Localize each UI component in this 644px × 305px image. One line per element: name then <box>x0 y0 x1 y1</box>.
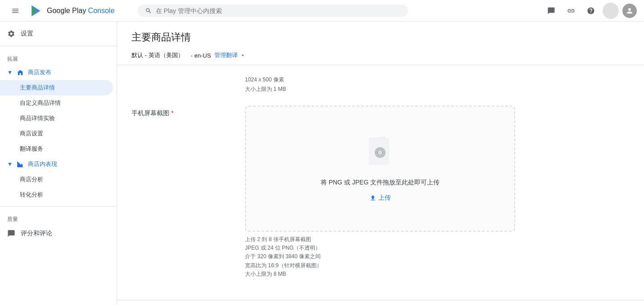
sidebar-item-settings[interactable]: 设置 <box>0 25 117 42</box>
settings-label: 设置 <box>21 30 33 38</box>
screenshot-field-row: 手机屏幕截图 * <box>132 106 630 278</box>
manage-translation-button[interactable]: 管理翻译 <box>214 51 246 59</box>
main-content-area: 主要商品详情 默认 - 英语（美国） - en-US 管理翻译 1024 x 5… <box>117 22 644 305</box>
play-logo-icon <box>29 4 43 18</box>
svg-point-4 <box>378 150 382 155</box>
required-indicator: * <box>171 109 173 117</box>
app-title: Google Play Console <box>47 7 114 15</box>
settings-icon <box>7 30 15 38</box>
topbar-actions <box>543 3 637 19</box>
screenshot-label: 手机屏幕截图 * <box>132 106 231 278</box>
hint-size-limit: 大小上限为 1 MB <box>245 85 630 93</box>
account-switcher[interactable] <box>603 3 619 19</box>
sidebar-item-translation-service[interactable]: 翻译服务 <box>0 141 117 157</box>
sidebar-section-quality: 质量 <box>0 210 117 225</box>
size-hint-field-label <box>132 76 231 95</box>
sidebar: 设置 拓展 ▼ 商店发布 主要商品详情 自定义商品详情 商品详情实验 商店设置 … <box>0 22 117 305</box>
menu-icon[interactable] <box>7 3 23 19</box>
app-logo: Google Play Console <box>29 4 114 18</box>
size-hint-row: 1024 x 500 像素 大小上限为 1 MB <box>132 76 630 95</box>
page-title: 主要商品详情 <box>132 31 630 44</box>
size-hint-value: 1024 x 500 像素 大小上限为 1 MB <box>245 76 630 95</box>
help-icon[interactable] <box>583 3 599 19</box>
lang-code: - en-US <box>191 52 211 59</box>
language-bar: 默认 - 英语（美国） - en-US 管理翻译 <box>132 51 630 59</box>
upload-dropzone[interactable]: 将 PNG 或 JPEG 文件拖放至此处即可上传 上传 <box>245 106 515 232</box>
sidebar-item-conversion-analytics[interactable]: 转化分析 <box>0 187 117 202</box>
store-publish-label: 商店发布 <box>28 68 51 76</box>
upload-instruction-text: 将 PNG 或 JPEG 文件拖放至此处即可上传 <box>321 179 440 187</box>
sidebar-item-product-experiment[interactable]: 商品详情实验 <box>0 111 117 126</box>
user-avatar[interactable] <box>622 4 637 18</box>
upload-icon <box>369 194 376 202</box>
bottom-action-bar: 舍弃更改 保存 <box>117 300 644 305</box>
hint-size: 1024 x 500 像素 <box>245 76 630 84</box>
screenshot-upload-area-container: 将 PNG 或 JPEG 文件拖放至此处即可上传 上传 上传 2 到 8 张手机… <box>245 106 630 278</box>
file-icon-container <box>364 135 396 171</box>
file-upload-icon <box>364 135 396 171</box>
sidebar-item-ratings[interactable]: 评分和评论 <box>0 225 117 242</box>
store-performance-label: 商店内表现 <box>28 160 57 168</box>
link-icon[interactable] <box>563 3 579 19</box>
search-input[interactable] <box>156 7 401 14</box>
form-content: 1024 x 500 像素 大小上限为 1 MB 手机屏幕截图 * <box>117 65 644 300</box>
search-icon <box>145 7 152 14</box>
main-header: 主要商品详情 默认 - 英语（美国） - en-US 管理翻译 <box>117 22 644 65</box>
sidebar-divider-1 <box>0 46 117 46</box>
search-bar[interactable] <box>138 4 408 17</box>
chart-icon <box>16 160 24 168</box>
chevron-down-icon-2: ▼ <box>7 161 13 167</box>
sidebar-parent-store-performance[interactable]: ▼ 商店内表现 <box>0 157 117 172</box>
ratings-icon <box>7 229 15 238</box>
topbar: Google Play Console <box>0 0 644 22</box>
chevron-down-icon-lang <box>240 52 246 58</box>
ratings-label: 评分和评论 <box>21 229 52 238</box>
store-publish-icon <box>16 68 24 76</box>
sidebar-item-custom-product-detail[interactable]: 自定义商品详情 <box>0 95 117 111</box>
sidebar-item-store-analytics[interactable]: 商店分析 <box>0 172 117 187</box>
chevron-down-icon: ▼ <box>7 69 13 76</box>
sidebar-item-store-settings[interactable]: 商店设置 <box>0 126 117 141</box>
sidebar-item-main-product-detail[interactable]: 主要商品详情 <box>0 80 113 95</box>
sidebar-section-expand: 拓展 <box>0 50 117 65</box>
lang-default: 默认 - 英语（美国） <box>132 51 184 59</box>
notification-icon[interactable] <box>543 3 559 19</box>
upload-button[interactable]: 上传 <box>369 194 391 202</box>
upload-subtext: 上传 2 到 8 张手机屏幕截图 JPEG 或 24 位 PNG（不透明） 介于… <box>245 235 630 278</box>
sidebar-parent-store-publish[interactable]: ▼ 商店发布 <box>0 65 117 80</box>
app-layout: 设置 拓展 ▼ 商店发布 主要商品详情 自定义商品详情 商品详情实验 商店设置 … <box>0 22 644 305</box>
sidebar-divider-2 <box>0 206 117 206</box>
